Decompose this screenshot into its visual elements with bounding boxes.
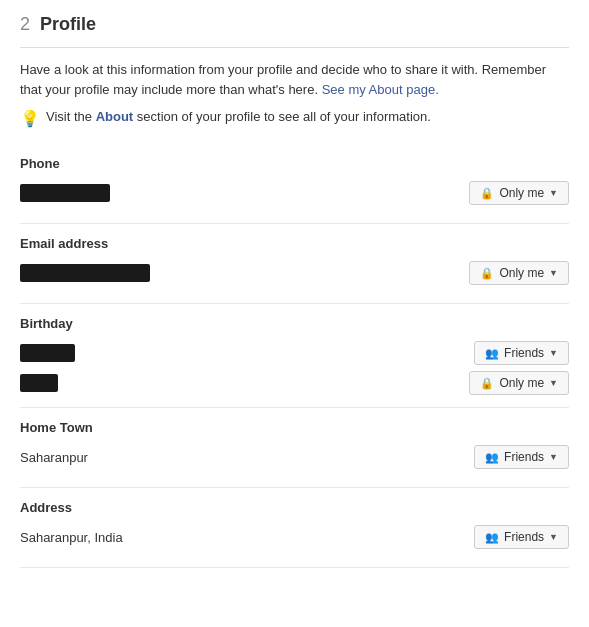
address-privacy-button[interactable]: 👥 Friends ▼ bbox=[474, 525, 569, 549]
description-text: Have a look at this information from you… bbox=[20, 60, 569, 99]
hometown-section: Home Town Saharanpur 👥 Friends ▼ bbox=[20, 408, 569, 488]
birthday-label: Birthday bbox=[20, 316, 569, 331]
email-privacy-button[interactable]: 🔒 Only me ▼ bbox=[469, 261, 569, 285]
lightbulb-icon: 💡 bbox=[20, 109, 40, 128]
people-icon: 👥 bbox=[485, 347, 499, 360]
people-icon: 👥 bbox=[485, 451, 499, 464]
address-label: Address bbox=[20, 500, 569, 515]
chevron-down-icon: ▼ bbox=[549, 532, 558, 542]
description-main: Have a look at this information from you… bbox=[20, 62, 546, 97]
birthday-privacy-button-2[interactable]: 🔒 Only me ▼ bbox=[469, 371, 569, 395]
chevron-down-icon: ▼ bbox=[549, 452, 558, 462]
email-value bbox=[20, 264, 150, 282]
about-page-link[interactable]: See my About page. bbox=[322, 82, 439, 97]
step-number: 2 bbox=[20, 14, 30, 35]
tip-text: Visit the About section of your profile … bbox=[46, 109, 431, 124]
address-value: Saharanpur, India bbox=[20, 530, 123, 545]
hometown-privacy-button[interactable]: 👥 Friends ▼ bbox=[474, 445, 569, 469]
chevron-down-icon: ▼ bbox=[549, 268, 558, 278]
tip-row: 💡 Visit the About section of your profil… bbox=[20, 109, 569, 128]
hometown-privacy-label: Friends bbox=[504, 450, 544, 464]
address-section: Address Saharanpur, India 👥 Friends ▼ bbox=[20, 488, 569, 568]
people-icon: 👥 bbox=[485, 531, 499, 544]
email-label: Email address bbox=[20, 236, 569, 251]
chevron-down-icon: ▼ bbox=[549, 348, 558, 358]
birthday-row-1: 👥 Friends ▼ bbox=[20, 341, 569, 365]
phone-field-row: 🔒 Only me ▼ bbox=[20, 181, 569, 205]
about-section-link[interactable]: About bbox=[96, 109, 134, 124]
birthday-privacy-label-1: Friends bbox=[504, 346, 544, 360]
birthday-section: Birthday 👥 Friends ▼ 🔒 Only me bbox=[20, 304, 569, 408]
page-title: Profile bbox=[40, 14, 96, 35]
hometown-value: Saharanpur bbox=[20, 450, 88, 465]
birthday-privacy-button-1[interactable]: 👥 Friends ▼ bbox=[474, 341, 569, 365]
birthday-row-2: 🔒 Only me ▼ bbox=[20, 371, 569, 395]
profile-section: 2 Profile Have a look at this informatio… bbox=[0, 0, 589, 588]
birthday-rows: 👥 Friends ▼ 🔒 Only me ▼ bbox=[20, 341, 569, 395]
birthday-privacy-label-2: Only me bbox=[499, 376, 544, 390]
lock-icon: 🔒 bbox=[480, 267, 494, 280]
tip-prefix: Visit the bbox=[46, 109, 92, 124]
email-field-row: 🔒 Only me ▼ bbox=[20, 261, 569, 285]
lock-icon: 🔒 bbox=[480, 377, 494, 390]
chevron-down-icon: ▼ bbox=[549, 378, 558, 388]
email-redacted bbox=[20, 264, 150, 282]
address-field-row: Saharanpur, India 👥 Friends ▼ bbox=[20, 525, 569, 549]
phone-section: Phone 🔒 Only me ▼ bbox=[20, 144, 569, 224]
phone-value bbox=[20, 184, 110, 202]
email-section: Email address 🔒 Only me ▼ bbox=[20, 224, 569, 304]
birthday-value-1 bbox=[20, 344, 75, 362]
address-privacy-label: Friends bbox=[504, 530, 544, 544]
phone-redacted bbox=[20, 184, 110, 202]
phone-privacy-label: Only me bbox=[499, 186, 544, 200]
email-privacy-label: Only me bbox=[499, 266, 544, 280]
birthday-redacted-1 bbox=[20, 344, 75, 362]
hometown-field-row: Saharanpur 👥 Friends ▼ bbox=[20, 445, 569, 469]
birthday-redacted-2 bbox=[20, 374, 58, 392]
chevron-down-icon: ▼ bbox=[549, 188, 558, 198]
phone-label: Phone bbox=[20, 156, 569, 171]
lock-icon: 🔒 bbox=[480, 187, 494, 200]
hometown-label: Home Town bbox=[20, 420, 569, 435]
tip-suffix: section of your profile to see all of yo… bbox=[137, 109, 431, 124]
phone-privacy-button[interactable]: 🔒 Only me ▼ bbox=[469, 181, 569, 205]
birthday-value-2 bbox=[20, 374, 58, 392]
section-header: 2 Profile bbox=[20, 14, 569, 48]
